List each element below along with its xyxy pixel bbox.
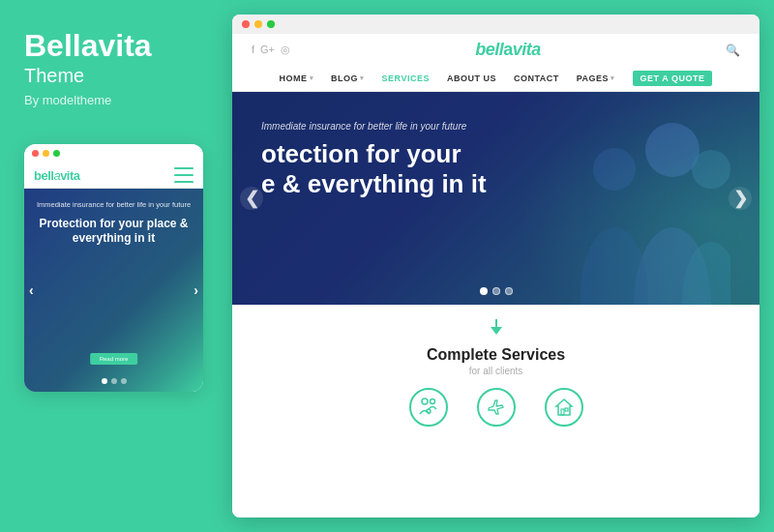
facebook-icon[interactable]: f — [252, 44, 254, 56]
mobile-hero-subtitle: Immediate insurance for better life in y… — [36, 200, 192, 211]
mobile-logo: bellavita — [34, 168, 80, 183]
social-icons: f G+ ◎ — [252, 44, 290, 56]
mobile-dot-yellow — [43, 150, 49, 157]
nav-services[interactable]: SERVICES — [382, 74, 430, 83]
hero-slider-dots — [480, 287, 513, 295]
hero-section: Immediate insurance for better life in y… — [232, 92, 759, 305]
mobile-next-arrow[interactable]: › — [194, 282, 198, 298]
search-icon[interactable]: 🔍 — [726, 44, 740, 57]
hero-content: Immediate insurance for better life in y… — [261, 121, 701, 199]
hero-prev-arrow[interactable]: ❮ — [240, 187, 263, 210]
family-icon — [418, 397, 439, 418]
down-arrow-icon — [487, 319, 506, 339]
desktop-top-bar — [232, 15, 759, 34]
nav-about[interactable]: ABOUT US — [447, 74, 496, 83]
hero-subtitle: Immediate insurance for better life in y… — [261, 121, 701, 132]
site-nav: HOME BLOG SERVICES ABOUT US CONTACT PAGE… — [232, 66, 759, 91]
service-item-family — [409, 388, 448, 427]
mobile-dot-3 — [121, 378, 127, 384]
desktop-dot-yellow — [254, 20, 262, 28]
mobile-dot-green — [53, 150, 60, 157]
hero-dot-1[interactable] — [480, 287, 488, 295]
svg-rect-12 — [565, 408, 568, 411]
mobile-hero-title: Protection for your place & everything i… — [36, 217, 192, 247]
mobile-menu-icon[interactable] — [174, 167, 194, 183]
mobile-dot-2 — [111, 378, 117, 384]
svg-marker-7 — [491, 327, 502, 335]
service-item-travel — [477, 388, 516, 427]
mobile-dot-red — [32, 150, 39, 157]
desktop-preview: f G+ ◎ bellavita 🔍 HOME BLOG SERVICES AB… — [232, 15, 759, 517]
services-top-icon — [252, 319, 740, 342]
home-icon — [553, 397, 575, 418]
nav-contact[interactable]: CONTACT — [514, 74, 559, 83]
left-panel: Bellavita Theme By modeltheme bellavita … — [0, 0, 223, 532]
svg-point-8 — [422, 399, 428, 404]
mobile-nav-bar: bellavita — [24, 163, 203, 189]
hero-title-line1: otection for your — [261, 139, 461, 168]
hero-title: otection for your e & everything in it — [261, 139, 701, 199]
services-subtitle: for all clients — [252, 366, 740, 376]
mobile-hero-bg: Immediate insurance for better life in y… — [24, 189, 203, 392]
hero-title-line2: e & everything in it — [261, 169, 487, 198]
service-icon-family — [409, 388, 448, 427]
nav-get-quote[interactable]: GET A QUOTE — [633, 71, 713, 86]
site-header: f G+ ◎ bellavita 🔍 HOME BLOG SERVICES AB… — [232, 34, 759, 92]
hero-dot-2[interactable] — [492, 287, 500, 295]
googleplus-icon[interactable]: G+ — [260, 44, 275, 56]
services-icons-row — [252, 388, 740, 427]
svg-point-2 — [580, 227, 648, 305]
desktop-dot-red — [242, 20, 250, 28]
mobile-preview: bellavita Immediate insurance for better… — [24, 144, 203, 392]
svg-point-9 — [430, 399, 434, 404]
mobile-dot-1 — [102, 378, 107, 384]
instagram-icon[interactable]: ◎ — [281, 44, 290, 56]
brand-title: Bellavita — [24, 29, 203, 63]
mobile-slider-dots — [102, 378, 127, 384]
svg-rect-11 — [561, 409, 564, 415]
hero-dot-3[interactable] — [505, 287, 513, 295]
mobile-hero-content: Immediate insurance for better life in y… — [24, 200, 203, 247]
mobile-top-bar — [24, 144, 203, 163]
services-header: Complete Services for all clients — [252, 319, 740, 376]
site-logo: bellavita — [475, 40, 541, 60]
service-icon-home — [545, 388, 583, 427]
service-item-home — [545, 388, 583, 427]
site-header-top: f G+ ◎ bellavita 🔍 — [232, 34, 759, 66]
airplane-icon — [486, 397, 507, 418]
desktop-dot-green — [267, 20, 275, 28]
nav-home[interactable]: HOME — [280, 74, 314, 83]
mobile-prev-arrow[interactable]: ‹ — [29, 282, 34, 298]
right-panel: f G+ ◎ bellavita 🔍 HOME BLOG SERVICES AB… — [223, 0, 774, 532]
hero-next-arrow[interactable]: ❯ — [729, 187, 752, 210]
brand-by: By modeltheme — [24, 93, 203, 107]
services-title: Complete Services — [252, 346, 740, 364]
service-icon-travel — [477, 388, 516, 427]
services-section: Complete Services for all clients — [232, 305, 759, 517]
mobile-read-more-btn[interactable]: Read more — [90, 353, 138, 365]
nav-pages[interactable]: PAGES — [577, 74, 615, 83]
nav-blog[interactable]: BLOG — [331, 74, 365, 83]
brand-theme-label: Theme — [24, 65, 203, 87]
